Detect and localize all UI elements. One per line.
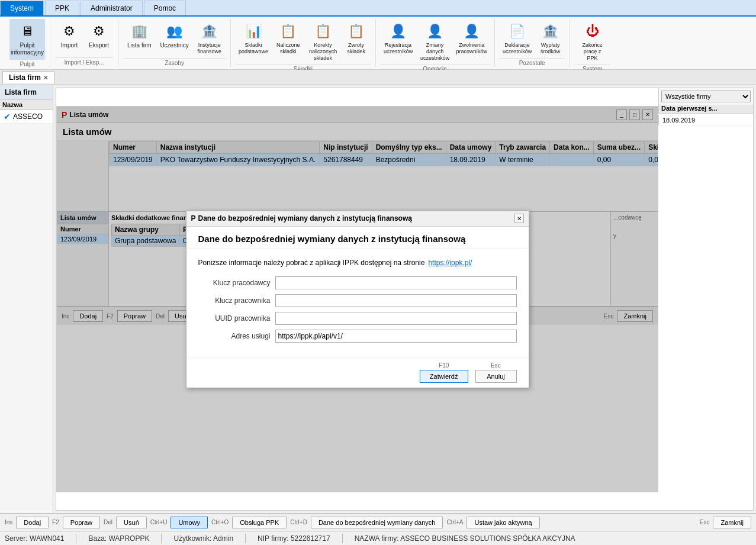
form-row-klucz-pracodawcy: Klucz pracodawcy — [198, 276, 517, 289]
form-row-uuid: UUID pracownika — [198, 312, 517, 325]
ribbon-group-operacje: 👤 Rejestracjauczestników 👤 Zmiany danych… — [376, 19, 495, 67]
sep4 — [342, 534, 343, 543]
deklaracje-icon: 📄 — [508, 22, 527, 41]
lista-firm-label: Lista firm — [127, 42, 152, 49]
ribbon-btn-rejestracja[interactable]: 👤 Rejestracjauczestników — [381, 19, 416, 58]
rejestracja-label: Rejestracjauczestników — [384, 42, 413, 55]
hint-f10: F10 — [439, 362, 449, 369]
zakoncz-icon: ⏻ — [583, 22, 602, 41]
sep3 — [245, 534, 246, 543]
modal-overlay: P Dane do bezpośredniej wymiany danych z… — [57, 107, 658, 492]
status-uzytkownik: Użytkownik: Admin — [173, 534, 233, 543]
modal-info-text: Poniższe informacje należy pobrać z apli… — [198, 259, 425, 267]
right-col-data: 18.09.2019 — [658, 115, 753, 125]
tab-system[interactable]: System — [0, 1, 44, 15]
footer-btn-group-anuluj: Esc Anuluj — [475, 362, 517, 383]
label-adres: Adres usługi — [198, 332, 275, 340]
label-uuid: UUID pracownika — [198, 314, 275, 323]
sidebar-title: Lista firm — [0, 85, 53, 100]
hint-ctrla-b: Ctrl+A — [446, 519, 463, 525]
right-col-header-extra: Data pierwszej s... — [658, 104, 753, 114]
ustaw-aktywna-b-btn[interactable]: Ustaw jako aktywną — [467, 517, 539, 528]
ribbon-btn-uczestnicy[interactable]: 👥 Uczestnicy — [157, 19, 192, 52]
status-nip: NIP firmy: 5222612717 — [258, 534, 330, 543]
hint-ctrld-b: Ctrl+D — [290, 519, 307, 525]
ribbon-group-pozostale: 📄 Deklaracjeuczestników 🏦 Wypłatyśrodków… — [495, 19, 570, 67]
modal-info: Poniższe informacje należy pobrać z apli… — [198, 259, 517, 267]
group-label-import: Import / Eksp... — [55, 57, 113, 67]
ribbon-btn-zakoncz[interactable]: ⏻ Zakończpracę z PPK — [575, 19, 610, 64]
input-klucz-pracodawcy[interactable] — [275, 276, 517, 289]
modal-info-link[interactable]: https://ippk.pl/ — [428, 259, 472, 267]
dane-bezp-b-btn[interactable]: Dane do bezpośredniej wymiany danych — [311, 517, 443, 528]
ribbon-btn-import[interactable]: ⚙ Import — [55, 19, 83, 52]
dodaj-b-btn[interactable]: Dodaj — [16, 517, 49, 528]
usun-b-btn[interactable]: Usuń — [116, 517, 147, 528]
modal-heading: Dane do bezpośredniej wymiany danych z i… — [186, 227, 529, 249]
modal-close-btn[interactable]: ✕ — [514, 214, 524, 223]
form-row-adres: Adres usługi — [198, 330, 517, 343]
sep2 — [161, 534, 162, 543]
ribbon-btn-naliczone-skladki[interactable]: 📋 Naliczoneskładki — [272, 19, 304, 58]
eksport-icon: ⚙ — [89, 22, 108, 41]
hint-f2-b: F2 — [52, 519, 59, 525]
zwroty-icon: 📋 — [347, 22, 366, 41]
ribbon-tabs: System PPK Administrator Pomoc — [0, 0, 756, 17]
hint-del-b: Del — [104, 519, 112, 525]
naliczone-icon: 📋 — [279, 22, 298, 41]
doc-tab-close[interactable]: ✕ — [43, 75, 48, 81]
ribbon-group-system: ⏻ Zakończpracę z PPK System — [570, 19, 615, 67]
ribbon-btn-instytucje[interactable]: 🏦 Instytucjefinansowe — [194, 19, 226, 58]
import-icon: ⚙ — [60, 22, 79, 41]
ribbon-btn-wyplaty[interactable]: 🏦 Wypłatyśrodków — [536, 19, 565, 58]
hint-ctrlo-b: Ctrl+O — [211, 519, 229, 525]
zwolnienia-label: Zwolnieniapracowników — [456, 42, 487, 55]
tab-ppk[interactable]: PPK — [45, 1, 79, 15]
tab-pomoc[interactable]: Pomoc — [144, 1, 186, 15]
ribbon-group-import: ⚙ Import ⚙ Eksport Import / Eksp... — [50, 19, 118, 67]
ribbon-btn-korekty[interactable]: 📋 Korekty naliczonychskładek — [305, 19, 341, 64]
obsluga-ppk-b-btn[interactable]: Obsługa PPK — [232, 517, 287, 528]
tab-administrator[interactable]: Administrator — [81, 1, 143, 15]
main-area: Lista firm Nazwa ✔ ASSECO Wszystkie firm… — [0, 85, 756, 513]
sidebar-col-nazwa: Nazwa — [0, 100, 53, 109]
ribbon-btn-zwroty[interactable]: 📋 Zwrotyskładek — [342, 19, 371, 58]
sidebar-lista-firm: Lista firm Nazwa ✔ ASSECO — [0, 85, 53, 513]
label-klucz-pracodawcy: Klucz pracodawcy — [198, 279, 275, 287]
ribbon-btn-eksport[interactable]: ⚙ Eksport — [85, 19, 113, 52]
lista-umow-content: Wszystkie firmy Data pierwszej s... 18.0… — [56, 88, 754, 511]
ribbon-btn-lista-firm[interactable]: 🏢 Lista firm — [123, 19, 156, 52]
modal-body: Poniższe informacje należy pobrać z apli… — [186, 249, 529, 357]
lista-firm-icon: 🏢 — [130, 22, 149, 41]
form-row-klucz-pracownika: Klucz pracownika — [198, 294, 517, 307]
eksport-label: Eksport — [89, 42, 109, 49]
zwolnienia-icon: 👤 — [462, 22, 481, 41]
ribbon-btn-pulpit[interactable]: 🖥 Pulpitinformacyjny — [9, 19, 45, 59]
input-uuid[interactable] — [275, 312, 517, 325]
korekty-label: Korekty naliczonychskładek — [309, 42, 337, 61]
lista-umow-window: P Lista umów _ □ ✕ Lista umów — [56, 106, 658, 492]
ribbon-btn-zwolnienia[interactable]: 👤 Zwolnieniapracowników — [454, 19, 490, 58]
anuluj-btn[interactable]: Anuluj — [475, 370, 517, 383]
import-label: Import — [61, 42, 78, 49]
modal-title-text: Dane do bezpośredniej wymiany danych z i… — [198, 214, 412, 222]
ribbon-btn-skladki-podstawowe[interactable]: 📊 Składkipodstawowe — [236, 19, 271, 58]
ribbon-btn-deklaracje[interactable]: 📄 Deklaracjeuczestników — [500, 19, 535, 58]
instytucje-label: Instytucjefinansowe — [198, 42, 222, 55]
umowy-b-btn[interactable]: Umowy — [170, 517, 208, 528]
doc-tab-lista-firm[interactable]: Lista firm ✕ — [2, 71, 54, 83]
popraw-b-btn[interactable]: Popraw — [63, 517, 100, 528]
ribbon-group-zasoby: 🏢 Lista firm 👥 Uczestnicy 🏦 Instytucjefi… — [118, 19, 231, 67]
status-server: Server: WAWN041 — [5, 534, 64, 543]
ribbon-btn-zmiany[interactable]: 👤 Zmiany danychuczestników — [417, 19, 453, 64]
zatwierdz-btn[interactable]: Zatwierdź — [420, 370, 468, 383]
input-klucz-pracownika[interactable] — [275, 294, 517, 307]
sidebar-row-asseco[interactable]: ✔ ASSECO — [0, 110, 53, 124]
zamknij-b-btn[interactable]: Zamknij — [713, 517, 751, 528]
firma-filter-select[interactable]: Wszystkie firmy — [661, 91, 751, 102]
input-adres[interactable] — [275, 330, 517, 343]
footer-btn-group-zatwierdz: F10 Zatwierdź — [420, 362, 468, 383]
hint-esc-modal: Esc — [491, 362, 501, 369]
status-baza: Baza: WAPROPPK — [88, 534, 149, 543]
hint-ctrlu-b: Ctrl+U — [150, 519, 168, 525]
